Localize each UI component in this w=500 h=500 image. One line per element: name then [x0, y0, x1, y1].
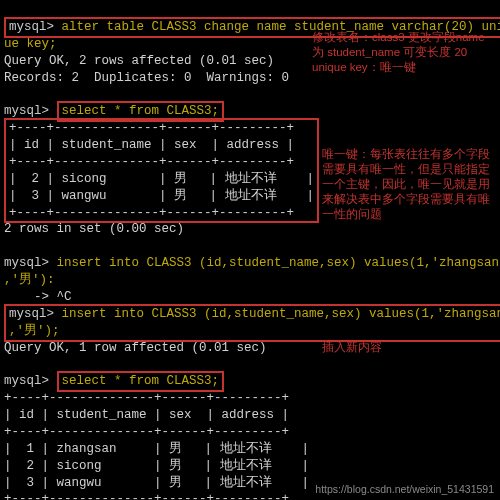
annotation-alter: 修改表名：class3 更改字段name为 student_name 可变长度 … — [312, 30, 488, 75]
table-header: | id | student_name | sex | address | — [4, 408, 289, 422]
ctrl-c: -> ^C — [4, 290, 72, 304]
sql-insert[interactable]: insert into CLASS3 (id,student_name,sex)… — [62, 307, 500, 321]
table-row: | 3 | wangwu | 男 | 地址不详 | — [9, 189, 314, 203]
table-sep: +----+--------------+------+---------+ — [4, 425, 289, 439]
table-row: | 2 | sicong | 男 | 地址不详 | — [9, 172, 314, 186]
result-records: Records: 2 Duplicates: 0 Warnings: 0 — [4, 71, 289, 85]
mysql-prompt: mysql> — [9, 20, 62, 34]
highlight-insert: mysql> insert into CLASS3 (id,student_na… — [4, 304, 500, 342]
blank-line — [4, 357, 12, 371]
table-row: | 2 | sicong | 男 | 地址不详 | — [4, 459, 309, 473]
terminal-output: mysql> alter table CLASS3 change name st… — [0, 0, 500, 500]
mysql-prompt: mysql> — [4, 374, 57, 388]
table-sep: +----+--------------+------+---------+ — [4, 492, 289, 500]
mysql-prompt: mysql> — [4, 104, 57, 118]
sql-insert-cont: ,'男'); — [9, 324, 60, 338]
sql-select1[interactable]: select * from CLASS3; — [62, 104, 220, 118]
table-sep: +----+--------------+------+---------+ — [9, 121, 294, 135]
result-queryok2: Query OK, 1 row affected (0.01 sec) — [4, 341, 267, 355]
sql-insert-err-cont: ,'男'): — [4, 273, 55, 287]
mysql-prompt: mysql> — [9, 307, 62, 321]
annotation-insert: 插入新内容 — [322, 340, 442, 355]
sql-insert-err[interactable]: insert into CLASS3 (id,student_name,sex)… — [57, 256, 500, 270]
table-row: | 3 | wangwu | 男 | 地址不详 | — [4, 476, 309, 490]
table-sep: +----+--------------+------+---------+ — [9, 155, 294, 169]
highlight-table1: +----+--------------+------+---------+ |… — [4, 118, 319, 223]
table-sep: +----+--------------+------+---------+ — [4, 391, 289, 405]
sql-alter-cont: ue key; — [4, 37, 57, 51]
mysql-prompt: mysql> — [4, 256, 57, 270]
result-queryok1: Query OK, 2 rows affected (0.01 sec) — [4, 54, 274, 68]
sql-select2[interactable]: select * from CLASS3; — [62, 374, 220, 388]
table-header: | id | student_name | sex | address | — [9, 138, 294, 152]
highlight-select2: select * from CLASS3; — [57, 371, 225, 392]
result-rows1: 2 rows in set (0.00 sec) — [4, 222, 184, 236]
table-row: | 1 | zhangsan | 男 | 地址不详 | — [4, 442, 309, 456]
watermark: https://blog.csdn.net/weixin_51431591 — [315, 482, 494, 496]
table-sep: +----+--------------+------+---------+ — [9, 206, 294, 220]
annotation-unique: 唯一键：每张表往往有多个字段需要具有唯一性，但是只能指定一个主键，因此，唯一见就… — [322, 147, 492, 222]
blank-line — [4, 239, 12, 253]
blank-line — [4, 87, 12, 101]
